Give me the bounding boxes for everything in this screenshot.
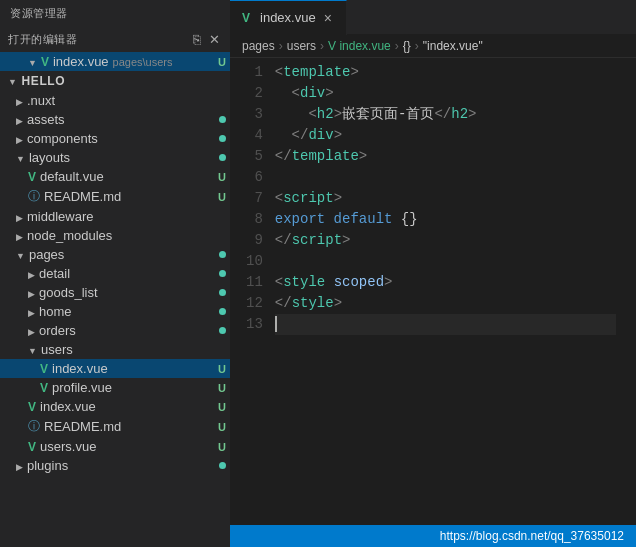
tree-item-users-vue[interactable]: V users.vue U	[0, 437, 230, 456]
folder-name: middleware	[27, 209, 93, 224]
tree-root[interactable]: HELLO	[0, 71, 230, 91]
tree-item-node-modules[interactable]: node_modules	[0, 226, 230, 245]
folder-arrow-icon	[16, 112, 27, 127]
breadcrumb-scope: {}	[403, 39, 411, 53]
modified-dot	[219, 270, 226, 277]
tree-item-pages[interactable]: pages	[0, 245, 230, 264]
open-editor-filename: index.vue	[53, 54, 109, 69]
folder-name: goods_list	[39, 285, 98, 300]
folder-arrow-icon	[16, 228, 27, 243]
code-line-6	[275, 167, 616, 188]
modified-dot	[219, 116, 226, 123]
info-file-icon: ⓘ	[28, 418, 40, 435]
breadcrumb-detail: "index.vue"	[423, 39, 483, 53]
open-editor-path: pages\users	[113, 56, 173, 68]
file-badge: U	[218, 191, 226, 203]
tree-item-components[interactable]: components	[0, 129, 230, 148]
folder-name: .nuxt	[27, 93, 55, 108]
modified-dot	[219, 308, 226, 315]
breadcrumb-sep2: ›	[320, 39, 324, 53]
tree-item-users-profile[interactable]: V profile.vue U	[0, 378, 230, 397]
file-badge: U	[218, 441, 226, 453]
code-line-8: export default {}	[275, 209, 616, 230]
breadcrumb-file: V index.vue	[328, 39, 391, 53]
tree-item-plugins[interactable]: plugins	[0, 456, 230, 475]
tree-item-users[interactable]: users	[0, 340, 230, 359]
code-line-7: <script>	[275, 188, 616, 209]
breadcrumb-pages: pages	[242, 39, 275, 53]
breadcrumb-sep3: ›	[395, 39, 399, 53]
code-line-9: </script>	[275, 230, 616, 251]
folder-arrow-icon	[28, 342, 41, 357]
tab-filename: index.vue	[260, 10, 316, 25]
sidebar-header: 资源管理器	[0, 0, 230, 27]
tree-item-users-index[interactable]: V index.vue U	[0, 359, 230, 378]
tree-item-default-vue[interactable]: V default.vue U	[0, 167, 230, 186]
code-line-10	[275, 251, 616, 272]
folder-arrow-icon	[16, 131, 27, 146]
expand-icon	[28, 54, 41, 69]
save-all-button[interactable]: ⎘	[191, 31, 203, 48]
open-editors-label: 打开的编辑器	[8, 32, 77, 47]
open-editor-item[interactable]: V index.vue pages\users U	[0, 52, 230, 71]
modified-dot	[219, 154, 226, 161]
breadcrumb-users: users	[287, 39, 316, 53]
file-badge: U	[218, 382, 226, 394]
tree-item-goods-list[interactable]: goods_list	[0, 283, 230, 302]
code-line-2: <div>	[275, 83, 616, 104]
tree-item-nuxt[interactable]: .nuxt	[0, 91, 230, 110]
tree-root-label: HELLO	[22, 74, 66, 88]
tree-item-orders[interactable]: orders	[0, 321, 230, 340]
modified-dot	[219, 462, 226, 469]
file-name: README.md	[44, 189, 121, 204]
folder-name: users	[41, 342, 73, 357]
code-line-1: <template>	[275, 62, 616, 83]
code-editor[interactable]: 12345 678910 111213 <template> <div> <h2…	[230, 58, 636, 525]
info-file-icon: ⓘ	[28, 188, 40, 205]
folder-name: assets	[27, 112, 65, 127]
tab-close-button[interactable]: ×	[322, 10, 334, 26]
folder-name: components	[27, 131, 98, 146]
breadcrumb-sep: ›	[279, 39, 283, 53]
tree-item-assets[interactable]: assets	[0, 110, 230, 129]
close-all-button[interactable]: ✕	[207, 31, 222, 48]
breadcrumb: pages › users › V index.vue › {} › "inde…	[230, 35, 636, 58]
folder-arrow-icon	[16, 93, 27, 108]
folder-name: layouts	[29, 150, 70, 165]
editor-tab[interactable]: V index.vue ×	[230, 0, 347, 35]
tree-item-home[interactable]: home	[0, 302, 230, 321]
file-badge: U	[218, 421, 226, 433]
tree-item-readme-layouts[interactable]: ⓘ README.md U	[0, 186, 230, 207]
code-line-3: <h2>嵌套页面-首页</h2>	[275, 104, 616, 125]
code-line-4: </div>	[275, 125, 616, 146]
file-name: users.vue	[40, 439, 96, 454]
tree-item-middleware[interactable]: middleware	[0, 207, 230, 226]
tree-item-detail[interactable]: detail	[0, 264, 230, 283]
folder-arrow-icon	[28, 323, 39, 338]
root-arrow-icon	[8, 74, 22, 88]
tab-bar: V index.vue ×	[230, 0, 636, 35]
folder-name: home	[39, 304, 72, 319]
vue-file-icon: V	[28, 170, 36, 184]
sidebar: 资源管理器 打开的编辑器 ⎘ ✕ V index.vue pages\users…	[0, 0, 230, 547]
folder-arrow-icon	[16, 247, 29, 262]
file-name: index.vue	[52, 361, 108, 376]
code-line-12: </style>	[275, 293, 616, 314]
tree-item-pages-readme[interactable]: ⓘ README.md U	[0, 416, 230, 437]
tree-item-layouts[interactable]: layouts	[0, 148, 230, 167]
code-line-11: <style scoped>	[275, 272, 616, 293]
modified-dot	[219, 289, 226, 296]
modified-dot	[219, 251, 226, 258]
folder-arrow-icon	[28, 266, 39, 281]
open-editor-badge: U	[218, 56, 226, 68]
modified-dot	[219, 327, 226, 334]
line-numbers: 12345 678910 111213	[230, 62, 275, 525]
open-editors-section: 打开的编辑器 ⎘ ✕	[0, 27, 230, 52]
folder-arrow-icon	[16, 458, 27, 473]
file-badge: U	[218, 363, 226, 375]
folder-arrow-icon	[16, 150, 29, 165]
tree-item-pages-index[interactable]: V index.vue U	[0, 397, 230, 416]
vue-file-icon: V	[40, 381, 48, 395]
tab-vue-icon: V	[242, 11, 250, 25]
modified-dot	[219, 135, 226, 142]
